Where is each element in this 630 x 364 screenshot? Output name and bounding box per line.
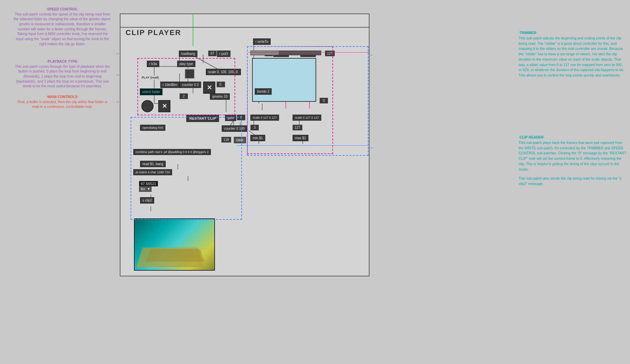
node-loadbang[interactable]: loadbang — [179, 51, 197, 57]
clip-reader-line — [236, 145, 369, 146]
dashed-box-clip-reader — [131, 117, 242, 220]
annotation-trimmer-text: This sub-patch adjusts the beginning and… — [519, 36, 627, 78]
arrow-main-controls: → — [115, 99, 120, 105]
arrow-trimmer: ← — [369, 52, 374, 58]
dashed-box-play — [137, 58, 235, 115]
node-67[interactable]: 67 — [208, 51, 217, 56]
annotation-main-text: First, a fodler is selected, then the cl… — [13, 99, 111, 109]
trimmer-line — [248, 52, 370, 53]
arrow-playback-type: → — [115, 72, 120, 78]
annotation-playback-title: ·PLAYBACK TYPE· — [13, 59, 111, 64]
annotation-main: ·MAIN CONTROLS· First, a fodler is selec… — [13, 94, 111, 109]
video-preview — [134, 218, 215, 271]
annotation-playback: ·PLAYBACK TYPE· This sub-patch cycles th… — [13, 59, 111, 89]
arrow-speed-control: → — [115, 51, 120, 57]
patch-title-border — [120, 27, 369, 28]
annotation-speed-text: This sub-patch controls the speed of the… — [13, 12, 111, 47]
annotation-trimmer-title: ·TRIMMER· — [519, 30, 627, 36]
annotation-speed: ·SPEED CONTROL· This sub-patch controls … — [13, 7, 111, 47]
node-r-writeto[interactable]: r writeTo — [253, 38, 271, 45]
annotation-clip-reader-title: ·CLIP READER· — [519, 135, 627, 140]
patch-container: CLIP PLAYER r writeTo loadbang 67 r pot3… — [120, 13, 369, 276]
dashed-box-right-main — [247, 46, 368, 156]
annotation-clip-reader-text: This sub-patch plays back the frames tha… — [519, 140, 627, 172]
arrow-clip-reader: ← — [369, 145, 374, 150]
annotation-playback-text: This sub-patch cycles through the type o… — [13, 64, 111, 89]
play-read-label: PLAY (read) — [141, 75, 160, 80]
annotation-speed-title: ·SPEED CONTROL· — [13, 7, 111, 12]
node-r-pot3[interactable]: r pot3 — [217, 51, 230, 57]
patch-title: CLIP PLAYER — [126, 28, 181, 37]
annotation-main-title: ·MAIN CONTROLS· — [13, 94, 111, 99]
annotation-trimmer: ·TRIMMER· This sub-patch adjusts the beg… — [519, 30, 627, 78]
annotation-clip-reader: ·CLIP READER· This sub-patch plays back … — [519, 135, 627, 187]
annotation-clip-reader-text2: This sub-patch also sends the clip being… — [519, 176, 627, 187]
